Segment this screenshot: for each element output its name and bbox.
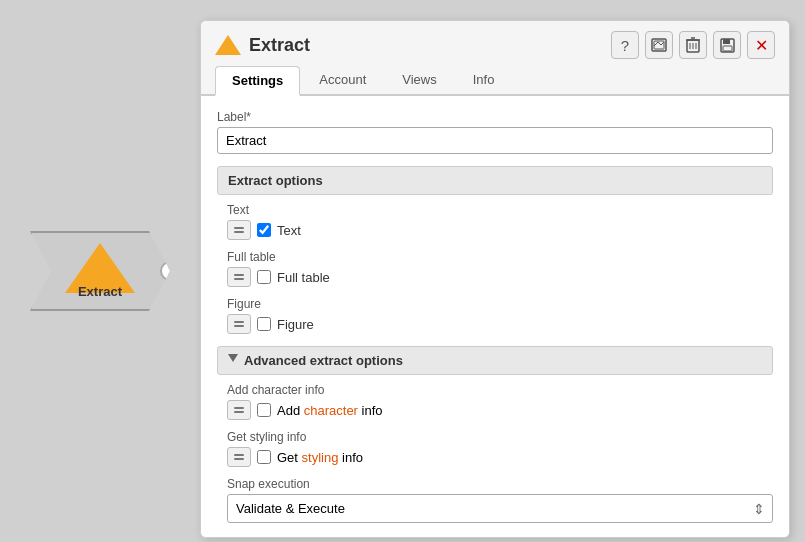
get-styling-info-row: Get styling info xyxy=(227,447,773,467)
add-character-info-group: Add character info Add character info xyxy=(227,383,773,420)
figure-option-group: Figure Figure xyxy=(227,297,773,334)
panel-title: Extract xyxy=(249,35,310,56)
label-field-label: Label* xyxy=(217,110,773,124)
extract-options-header: Extract options xyxy=(217,166,773,195)
grip-icon xyxy=(234,407,244,413)
full-table-option-group: Full table Full table xyxy=(227,250,773,287)
extract-node[interactable]: Extract xyxy=(30,231,170,311)
tab-account[interactable]: Account xyxy=(302,65,383,94)
text-group-label: Text xyxy=(227,203,773,217)
full-table-option-row: Full table xyxy=(227,267,773,287)
panel-header-actions: ? xyxy=(611,31,775,59)
figure-grip-button[interactable] xyxy=(227,314,251,334)
get-styling-info-group: Get styling info Get styling info xyxy=(227,430,773,467)
figure-checkbox[interactable] xyxy=(257,317,271,331)
svg-line-3 xyxy=(658,42,661,45)
settings-panel: Extract ? xyxy=(200,20,790,538)
snap-execution-select[interactable]: Validate & Execute Execute Validate Only… xyxy=(227,494,773,523)
text-checkbox[interactable] xyxy=(257,223,271,237)
snap-execution-label: Snap execution xyxy=(227,477,773,491)
tab-views[interactable]: Views xyxy=(385,65,453,94)
get-styling-info-label: Get styling info xyxy=(277,450,363,465)
node-area: Extract xyxy=(0,0,200,542)
get-styling-info-group-label: Get styling info xyxy=(227,430,773,444)
get-styling-info-checkbox[interactable] xyxy=(257,450,271,464)
tabs-bar: Settings Account Views Info xyxy=(201,65,789,96)
panel-title-area: Extract xyxy=(215,35,310,56)
advanced-options-area: Add character info Add character info xyxy=(217,383,773,523)
grip-icon xyxy=(234,321,244,327)
svg-rect-12 xyxy=(723,39,730,44)
grip-icon xyxy=(234,227,244,233)
text-option-row: Text xyxy=(227,220,773,240)
grip-icon xyxy=(234,454,244,460)
add-character-info-checkbox[interactable] xyxy=(257,403,271,417)
panel-content: Label* Extract options Text xyxy=(201,96,789,537)
add-character-info-row: Add character info xyxy=(227,400,773,420)
tab-info[interactable]: Info xyxy=(456,65,512,94)
figure-option-label: Figure xyxy=(277,317,314,332)
tab-settings[interactable]: Settings xyxy=(215,66,300,96)
figure-group-label: Figure xyxy=(227,297,773,311)
add-character-info-label: Add character info xyxy=(277,403,383,418)
save-button[interactable] xyxy=(713,31,741,59)
full-table-checkbox[interactable] xyxy=(257,270,271,284)
add-character-grip-button[interactable] xyxy=(227,400,251,420)
full-table-grip-button[interactable] xyxy=(227,267,251,287)
panel-header: Extract ? xyxy=(201,21,789,65)
svg-rect-13 xyxy=(723,46,732,51)
image-button[interactable] xyxy=(645,31,673,59)
figure-option-row: Figure xyxy=(227,314,773,334)
delete-button[interactable] xyxy=(679,31,707,59)
label-input[interactable] xyxy=(217,127,773,154)
connector-circle xyxy=(160,261,180,281)
add-character-info-group-label: Add character info xyxy=(227,383,773,397)
extract-options-area: Text Text Full table xyxy=(217,203,773,334)
advanced-extract-options-header[interactable]: Advanced extract options xyxy=(217,346,773,375)
text-option-group: Text Text xyxy=(227,203,773,240)
full-table-option-label: Full table xyxy=(277,270,330,285)
grip-icon xyxy=(234,274,244,280)
text-option-label: Text xyxy=(277,223,301,238)
node-label: Extract xyxy=(32,284,168,299)
extract-icon xyxy=(215,35,241,55)
label-field-group: Label* xyxy=(217,110,773,154)
snap-execution-section: Snap execution Validate & Execute Execut… xyxy=(227,477,773,523)
help-button[interactable]: ? xyxy=(611,31,639,59)
close-button[interactable]: ✕ xyxy=(747,31,775,59)
text-grip-button[interactable] xyxy=(227,220,251,240)
advanced-chevron-icon xyxy=(228,354,238,367)
svg-line-2 xyxy=(654,42,658,46)
full-table-group-label: Full table xyxy=(227,250,773,264)
page-wrapper: Extract Extract ? xyxy=(0,0,805,542)
node-shape: Extract xyxy=(30,231,170,311)
get-styling-grip-button[interactable] xyxy=(227,447,251,467)
snap-execution-wrapper: Validate & Execute Execute Validate Only… xyxy=(227,494,773,523)
